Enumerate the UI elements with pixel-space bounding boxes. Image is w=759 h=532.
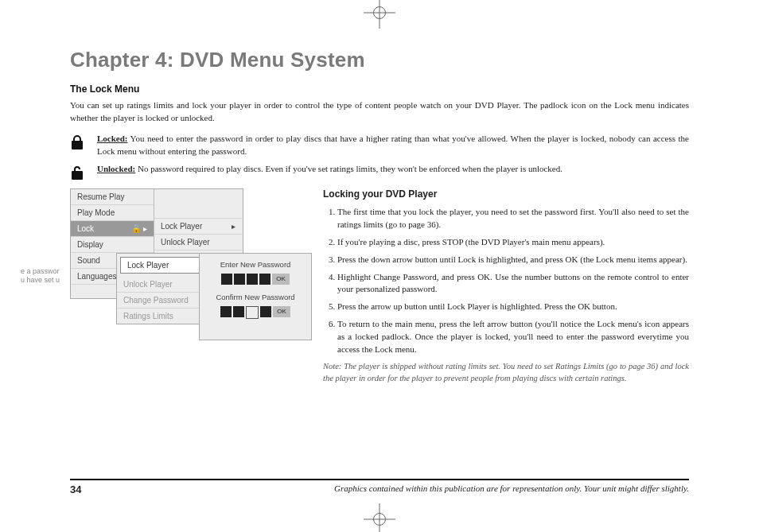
unlocked-description: Unlocked: No password required to play d… (97, 163, 689, 181)
menu-item-selected: Lock 🔒 ▸ (71, 221, 154, 237)
instructions-column: Locking your DVD Player The first time t… (323, 188, 689, 404)
step-item: The first time that you lock the player,… (337, 206, 689, 231)
menu-item: Display (71, 237, 154, 253)
menu-screenshot-overlay: e a passwor u have set u Lock Player Unl… (68, 253, 307, 404)
crop-mark-top (364, 0, 395, 29)
unlocked-row: Unlocked: No password required to play d… (70, 163, 689, 181)
locked-label: Locked: (97, 134, 128, 143)
page: Chapter 4: DVD Menu System The Lock Menu… (0, 0, 759, 532)
content-area: Chapter 4: DVD Menu System The Lock Menu… (70, 48, 689, 484)
confirm-password-label: Confirm New Password (200, 293, 311, 301)
password-boxes: OK (220, 306, 290, 319)
locked-text: You need to enter the password in order … (97, 134, 689, 156)
cropped-text-fragment: e a passwor u have set u (21, 267, 60, 285)
ok-button: OK (273, 306, 290, 317)
step-item: If you're playing a disc, press STOP (th… (337, 236, 689, 249)
ok-button: OK (272, 274, 290, 285)
unlocked-padlock-icon (70, 163, 86, 181)
submenu-item: Unlock Player (154, 235, 242, 250)
chapter-title: Chapter 4: DVD Menu System (70, 48, 689, 72)
page-footer: 34 Graphics contained within this public… (70, 479, 689, 495)
menu-item: Play Mode (71, 205, 154, 221)
subsection-title: Locking your DVD Player (323, 188, 689, 200)
chevron-right-icon: ▸ (232, 222, 235, 231)
step-item: Press the down arrow button until Lock i… (337, 254, 689, 266)
footer-disclaimer: Graphics contained within this publicati… (334, 483, 689, 495)
submenu-item: Unlock Player (117, 277, 206, 293)
step-item: Highlight Change Password, and press OK.… (337, 271, 689, 297)
steps-list: The first time that you lock the player,… (323, 206, 689, 356)
unlocked-text: No password required to play discs. Even… (135, 164, 562, 173)
menu-item: Resume Play (71, 189, 154, 205)
submenu-item: Lock Player▸ (154, 219, 242, 235)
note-text: Note: The player is shipped without rati… (323, 361, 689, 384)
enter-password-label: Enter New Password (200, 260, 311, 269)
menu-item-label: Lock (77, 224, 94, 233)
figure-column: Resume Play Play Mode Lock 🔒 ▸ Display S… (70, 188, 309, 404)
locked-row: Locked: You need to enter the password i… (70, 133, 689, 158)
submenu-item-highlight: Lock Player (120, 257, 203, 274)
section-title: The Lock Menu (70, 83, 689, 95)
password-boxes: OK (221, 274, 290, 285)
unlocked-label: Unlocked: (97, 164, 135, 173)
locked-padlock-icon (70, 133, 86, 158)
crop-mark-bottom (364, 503, 395, 532)
step-item: To return to the main menu, press the le… (337, 318, 689, 356)
lock-small-icon: 🔒 ▸ (131, 224, 147, 233)
password-panel: Enter New Password OK Confirm New Passwo… (199, 253, 312, 340)
submenu-item: Change Password (117, 293, 206, 309)
submenu-panel: Lock Player Unlock Player Change Passwor… (116, 253, 207, 324)
step-item: Press the arrow up button until Lock Pla… (337, 301, 689, 313)
two-column-layout: Resume Play Play Mode Lock 🔒 ▸ Display S… (70, 188, 689, 404)
page-number: 34 (70, 483, 81, 495)
locked-description: Locked: You need to enter the password i… (97, 133, 689, 158)
intro-paragraph: You can set up ratings limits and lock y… (70, 99, 689, 125)
submenu-item: Ratings Limits (117, 309, 206, 324)
